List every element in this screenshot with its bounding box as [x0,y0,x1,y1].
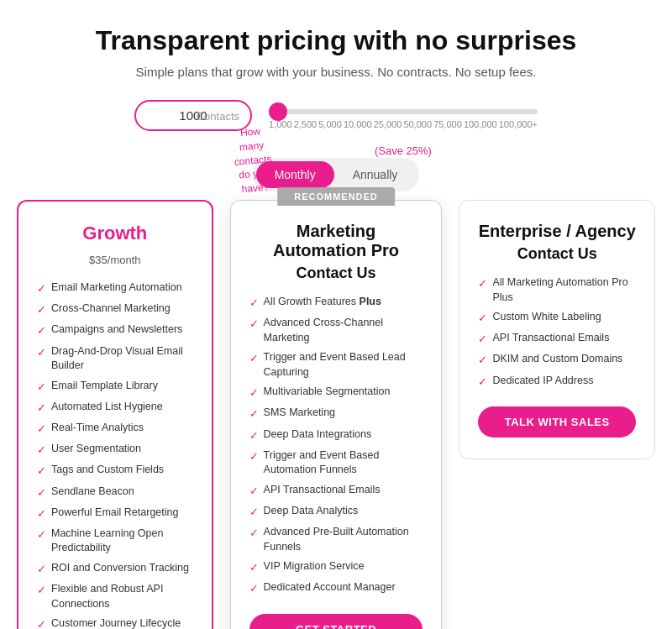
check-icon: ✓ [249,560,259,575]
check-icon: ✓ [37,527,46,543]
list-item: ✓Dedicated Account Manager [249,580,423,596]
list-item: ✓Flexible and Robust API Connections [37,582,193,611]
check-icon: ✓ [37,380,46,395]
list-item: ✓SMS Marketing [249,406,423,422]
check-icon: ✓ [478,353,487,368]
list-item: ✓Multivariable Segmentation [249,385,423,401]
check-icon: ✓ [37,506,46,522]
list-item: ✓Email Template Library [37,379,193,395]
check-icon: ✓ [249,484,259,499]
check-icon: ✓ [37,583,46,598]
check-icon: ✓ [249,428,259,443]
check-icon: ✓ [37,281,46,296]
marketing-pro-subtitle: Contact Us [249,265,423,282]
list-item: ✓Trigger and Event Based Lead Capturing [249,350,423,380]
check-icon: ✓ [249,406,259,422]
check-icon: ✓ [249,505,259,520]
list-item: ✓User Segmentation [37,442,193,458]
check-icon: ✓ [37,422,46,437]
enterprise-plan-card: Enterprise / Agency Contact Us ✓All Mark… [459,200,655,459]
check-icon: ✓ [478,276,487,291]
list-item: ✓All Marketing Automation Pro Plus [478,275,636,305]
list-item: ✓Powerful Email Retargeting [37,506,193,522]
list-item: ✓VIP Migration Service [249,559,423,575]
check-icon: ✓ [478,332,487,347]
list-item: ✓Customer Journey Lifecycle [37,616,193,629]
contacts-slider-section: Contacts How many contactsdo you have? ↗… [134,100,538,131]
page-title: Transparent pricing with no surprises [17,25,655,56]
slider-labels: 1,000 2,500 5,000 10,000 25,000 50,000 7… [269,119,538,129]
list-item: ✓Campaigns and Newsletters [37,322,193,338]
check-icon: ✓ [249,581,259,596]
recommended-badge: RECOMMENDED [277,187,395,206]
list-item: ✓DKIM and Custom Domains [478,352,636,368]
check-icon: ✓ [37,401,46,416]
check-icon: ✓ [249,385,259,401]
list-item: ✓Custom White Labeling [478,310,636,326]
list-item: ✓Cross-Channel Marketing [37,301,193,317]
check-icon: ✓ [478,375,487,390]
list-item: ✓Machine Learning Open Predictability [37,527,193,556]
list-item: ✓Advanced Pre-Built Automation Funnels [249,525,423,554]
save-badge: (Save 25%) [375,144,432,157]
enterprise-subtitle: Contact Us [478,245,636,263]
check-icon: ✓ [249,526,259,541]
list-item: ✓Advanced Cross-Channel Marketing [249,316,423,345]
check-icon: ✓ [37,323,46,338]
check-icon: ✓ [249,296,259,311]
enterprise-plan-title: Enterprise / Agency [478,222,636,241]
list-item: ✓Dedicated IP Address [478,374,636,390]
list-item: ✓API Transactional Emails [249,483,423,499]
growth-plan-price: $35/month [37,249,193,268]
billing-toggle: Monthly Annually [253,158,420,191]
contacts-label: Contacts [197,109,239,122]
list-item: ✓Automated List Hygiene [37,400,193,416]
annually-button[interactable]: Annually [334,161,417,188]
list-item: ✓Deep Data Integrations [249,427,423,443]
marketing-pro-features-list: ✓All Growth Features Plus ✓Advanced Cros… [249,295,423,597]
list-item: ✓Email Marketing Automation [37,280,193,296]
check-icon: ✓ [37,443,46,458]
list-item: ✓Drag-And-Drop Visual Email Builder [37,344,193,374]
check-icon: ✓ [37,302,46,317]
range-slider-container: 1,000 2,500 5,000 10,000 25,000 50,000 7… [269,102,538,129]
page-subtitle: Simple plans that grow with your busines… [17,65,655,79]
list-item: ✓Trigger and Event Based Automation Funn… [249,448,423,478]
list-item: ✓All Growth Features Plus [249,295,423,311]
check-icon: ✓ [249,351,259,366]
check-icon: ✓ [249,449,259,464]
list-item: ✓Deep Data Analytics [249,504,423,520]
enterprise-cta-button[interactable]: TALK WITH SALES [478,406,636,438]
marketing-pro-plan-card: RECOMMENDED Marketing Automation Pro Con… [230,200,443,629]
check-icon: ✓ [37,485,46,501]
enterprise-features-list: ✓All Marketing Automation Pro Plus ✓Cust… [478,275,636,390]
contacts-range-input[interactable] [269,109,538,114]
growth-plan-title: Growth [37,223,193,244]
marketing-pro-cta-button[interactable]: GET STARTED [249,614,423,630]
growth-plan-card: Growth $35/month ✓Email Marketing Automa… [17,200,213,629]
check-icon: ✓ [37,617,46,629]
list-item: ✓API Transactional Emails [478,331,636,347]
list-item: ✓Tags and Custom Fields [37,463,193,479]
list-item: ✓Sendlane Beacon [37,485,193,501]
list-item: ✓ROI and Conversion Tracking [37,561,193,577]
marketing-pro-plan-title: Marketing Automation Pro [249,222,423,260]
check-icon: ✓ [249,317,259,332]
check-icon: ✓ [37,345,46,360]
check-icon: ✓ [478,311,487,326]
check-icon: ✓ [37,464,46,479]
growth-features-list: ✓Email Marketing Automation ✓Cross-Chann… [37,280,193,629]
list-item: ✓Real-Time Analytics [37,421,193,437]
check-icon: ✓ [37,562,46,577]
plans-container: Growth $35/month ✓Email Marketing Automa… [17,200,655,629]
